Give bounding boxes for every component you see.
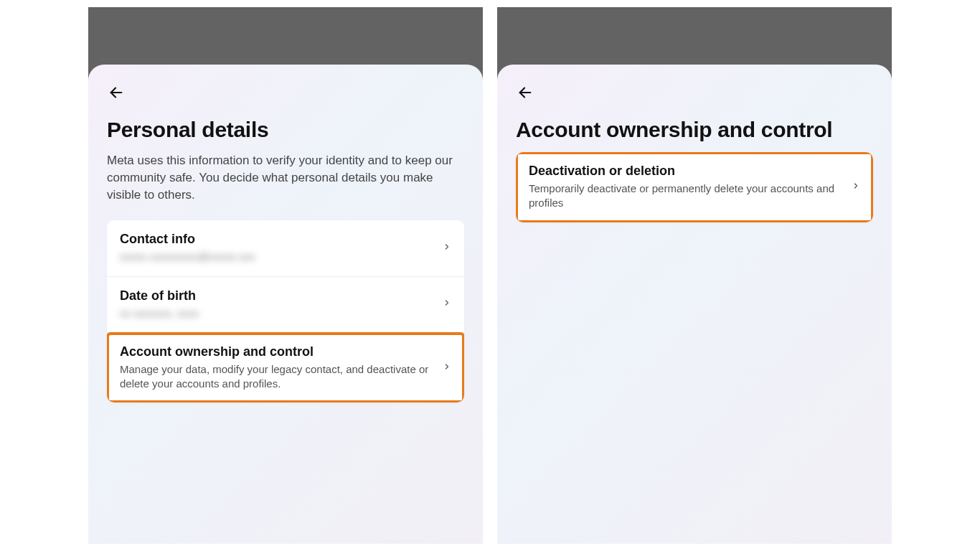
- page-title: Account ownership and control: [516, 118, 873, 142]
- chevron-right-icon: [443, 240, 451, 257]
- item-title: Account ownership and control: [120, 344, 433, 359]
- item-subtext-redacted: xx xxxxxxx, xxxx: [120, 306, 433, 321]
- list-item-contact-info[interactable]: Contact info xxxxx xxxxxxxxx@xxxxx.xxx: [107, 220, 464, 276]
- settings-list: Deactivation or deletion Temporarily dea…: [516, 152, 873, 222]
- arrow-left-icon: [107, 85, 126, 100]
- screen-account-ownership: Account ownership and control Deactivati…: [497, 65, 892, 544]
- chevron-right-icon: [852, 179, 860, 196]
- list-item-account-ownership[interactable]: Account ownership and control Manage you…: [107, 333, 464, 403]
- arrow-left-icon: [516, 85, 534, 100]
- settings-list: Contact info xxxxx xxxxxxxxx@xxxxx.xxx D…: [107, 220, 464, 402]
- item-subtext: Temporarily deactivate or permanently de…: [529, 182, 842, 211]
- list-item-date-of-birth[interactable]: Date of birth xx xxxxxxx, xxxx: [107, 277, 464, 333]
- list-item-deactivation-deletion[interactable]: Deactivation or deletion Temporarily dea…: [516, 152, 873, 222]
- item-subtext: Manage your data, modify your legacy con…: [120, 362, 433, 392]
- item-title: Contact info: [120, 232, 433, 247]
- item-subtext-redacted: xxxxx xxxxxxxxx@xxxxx.xxx: [120, 250, 433, 264]
- phone-frame-left: Personal details Meta uses this informat…: [88, 7, 483, 544]
- page-description: Meta uses this information to verify you…: [107, 152, 464, 203]
- page-title: Personal details: [107, 118, 464, 142]
- chevron-right-icon: [443, 296, 451, 313]
- phone-frame-right: Account ownership and control Deactivati…: [497, 7, 892, 544]
- item-title: Date of birth: [120, 288, 433, 303]
- screen-personal-details: Personal details Meta uses this informat…: [88, 65, 483, 544]
- chevron-right-icon: [443, 359, 451, 377]
- back-button[interactable]: [516, 85, 537, 100]
- item-title: Deactivation or deletion: [529, 164, 842, 179]
- back-button[interactable]: [107, 85, 128, 100]
